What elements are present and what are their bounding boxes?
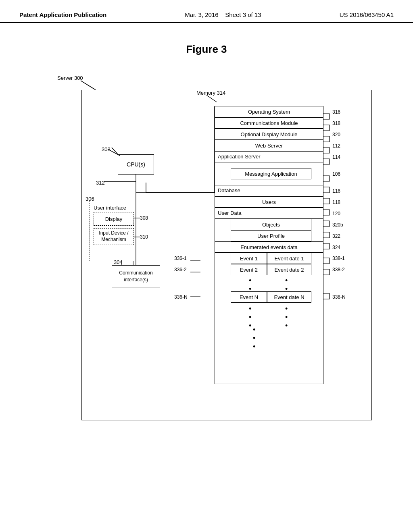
diagram: Server 300 Memory 314 Operating System 3… xyxy=(33,68,380,438)
comm-module-box: Communications Module xyxy=(215,117,323,129)
input-device-box: Input Device / Mechanism xyxy=(94,228,134,245)
date-label: Mar. 3, 2016 xyxy=(185,11,218,18)
event2-box: Event 2 xyxy=(231,264,267,275)
dots-row2b: ••• xyxy=(285,305,288,330)
comm-iface-box: Communication interface(s) xyxy=(112,265,160,287)
dots-bottom: ••• xyxy=(253,326,256,351)
event2-date-box: Event date 2 xyxy=(267,264,311,275)
svg-line-0 xyxy=(81,81,96,90)
display-box: Display xyxy=(94,212,134,226)
dots-row2: ••• xyxy=(249,305,252,330)
database-label: Database xyxy=(215,185,323,196)
figure-title: Figure 3 xyxy=(0,43,413,56)
enum-events-box: Enumerated events data xyxy=(215,241,323,253)
users-box: Users xyxy=(215,196,323,208)
eventN-date-box: Event date N xyxy=(267,291,311,303)
page-header: Patent Application Publication Mar. 3, 2… xyxy=(0,0,413,23)
server-label: Server 300 xyxy=(57,75,83,81)
opt-display-box: Optional Display Module xyxy=(215,129,323,140)
eventN-box: Event N xyxy=(231,291,267,303)
user-profile-box: User Profile xyxy=(231,230,311,241)
sheet-info: Mar. 3, 2016 Sheet 3 of 13 xyxy=(185,11,261,18)
web-server-box: Web Server xyxy=(215,140,323,151)
event1-box: Event 1 xyxy=(231,253,267,264)
app-server-label: Application Server xyxy=(215,151,323,162)
user-data-label: User Data xyxy=(215,208,323,219)
messaging-box: Messaging Application xyxy=(231,168,311,179)
event1-date-box: Event date 1 xyxy=(267,253,311,264)
objects-box: Objects xyxy=(231,219,311,230)
user-interface-label: User interface xyxy=(94,205,126,211)
os-box: Operating System xyxy=(215,106,323,117)
main-content: Figure 3 xyxy=(0,23,413,447)
publication-label: Patent Application Publication xyxy=(19,11,106,18)
cpu-box: CPU(s) xyxy=(118,154,154,175)
patent-number: US 2016/063450 A1 xyxy=(340,11,394,18)
sheet-label: Sheet 3 of 13 xyxy=(225,11,261,18)
